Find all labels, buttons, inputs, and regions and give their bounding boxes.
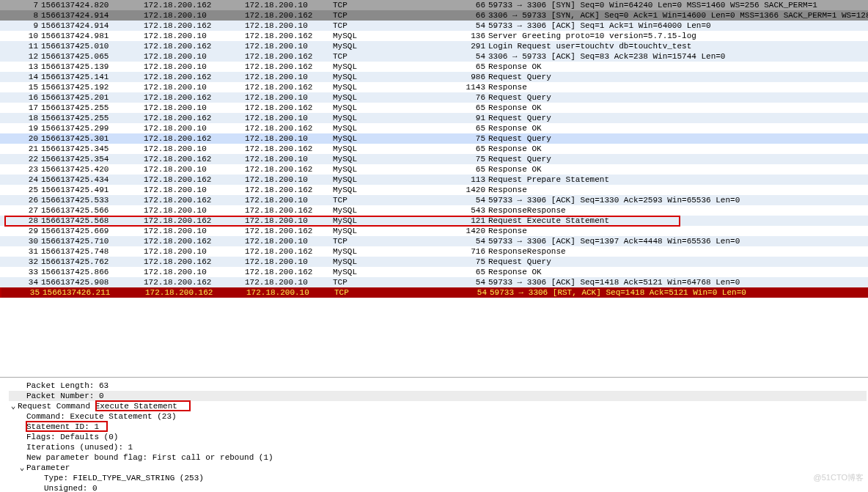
col-no: 35 (3, 287, 43, 298)
col-info: Response OK (488, 123, 868, 133)
col-info: Request Query (488, 92, 868, 103)
col-info: Response OK (488, 164, 868, 175)
packet-row[interactable]: 81566137424.914172.18.200.10172.18.200.1… (0, 10, 868, 21)
col-protocol: TCP (333, 10, 457, 21)
packet-row[interactable]: 321566137425.762172.18.200.162172.18.200… (0, 257, 868, 267)
col-no: 21 (1, 144, 41, 154)
col-length: 66 (457, 10, 488, 21)
packet-row[interactable]: 151566137425.192172.18.200.10172.18.200.… (0, 82, 868, 92)
packet-row[interactable]: 211566137425.345172.18.200.10172.18.200.… (0, 144, 868, 154)
col-length: 75 (457, 133, 488, 144)
packet-row[interactable]: 101566137424.981172.18.200.10172.18.200.… (0, 31, 868, 41)
detail-parameter[interactable]: ⌄Parameter (9, 463, 867, 473)
col-source: 172.18.200.162 (144, 72, 245, 82)
chevron-down-icon[interactable]: ⌄ (9, 401, 18, 411)
packet-row[interactable]: 171566137425.255172.18.200.10172.18.200.… (0, 103, 868, 113)
packet-row[interactable]: 201566137425.301172.18.200.162172.18.200… (0, 133, 868, 144)
packet-row[interactable]: 181566137425.255172.18.200.162172.18.200… (0, 113, 868, 123)
col-destination: 172.18.200.162 (245, 82, 333, 92)
packet-row[interactable]: 121566137425.065172.18.200.10172.18.200.… (0, 51, 868, 62)
packet-row[interactable]: 301566137425.710172.18.200.162172.18.200… (0, 236, 868, 246)
col-source: 172.18.200.162 (144, 195, 245, 205)
detail-statement-id: Statement ID: 1 (9, 422, 867, 432)
col-info: Response OK (488, 62, 868, 72)
packet-row[interactable]: 331566137425.866172.18.200.10172.18.200.… (0, 267, 868, 277)
packet-row[interactable]: 71566137424.820172.18.200.162172.18.200.… (0, 0, 868, 10)
col-no: 18 (1, 113, 41, 123)
col-time: 1566137425.299 (41, 123, 144, 133)
packet-row[interactable]: 231566137425.420172.18.200.10172.18.200.… (0, 164, 868, 175)
packet-row[interactable]: 241566137425.434172.18.200.162172.18.200… (0, 175, 868, 185)
col-info: 3306 → 59733 [SYN, ACK] Seq=0 Ack=1 Win=… (488, 10, 868, 21)
col-destination: 172.18.200.162 (245, 185, 333, 195)
col-destination: 172.18.200.10 (245, 175, 333, 185)
col-no: 22 (1, 154, 41, 164)
col-length: 54 (457, 21, 488, 31)
col-protocol: TCP (333, 51, 457, 62)
packet-row[interactable]: 351566137426.211172.18.200.162172.18.200… (0, 287, 868, 298)
col-no: 19 (1, 123, 41, 133)
col-destination: 172.18.200.10 (245, 72, 333, 82)
detail-command: Command: Execute Statement (23) (9, 411, 867, 422)
col-destination: 172.18.200.10 (246, 287, 334, 298)
packet-row[interactable]: 261566137425.533172.18.200.162172.18.200… (0, 195, 868, 205)
col-protocol: MySQL (333, 113, 457, 123)
packet-row[interactable]: 191566137425.299172.18.200.10172.18.200.… (0, 123, 868, 133)
packet-row[interactable]: 91566137424.914172.18.200.162172.18.200.… (0, 21, 868, 31)
packet-row[interactable]: 161566137425.201172.18.200.162172.18.200… (0, 92, 868, 103)
packet-row[interactable]: 111566137425.010172.18.200.162172.18.200… (0, 41, 868, 51)
col-time: 1566137425.533 (41, 195, 144, 205)
col-source: 172.18.200.162 (144, 257, 245, 267)
col-source: 172.18.200.10 (144, 103, 245, 113)
col-no: 16 (1, 92, 41, 103)
col-info: 59733 → 3306 [ACK] Seq=1397 Ack=4448 Win… (488, 236, 868, 246)
col-source: 172.18.200.162 (144, 154, 245, 164)
col-destination: 172.18.200.10 (245, 133, 333, 144)
col-length: 76 (457, 92, 488, 103)
col-length: 65 (457, 103, 488, 113)
col-protocol: MySQL (333, 164, 457, 175)
col-info: 59733 → 3306 [SYN] Seq=0 Win=64240 Len=0… (488, 0, 868, 10)
col-protocol: MySQL (333, 31, 457, 41)
col-no: 15 (1, 82, 41, 92)
packet-list[interactable]: 71566137424.820172.18.200.162172.18.200.… (0, 0, 868, 378)
detail-request-command[interactable]: ⌄Request Command Execute Statement (9, 401, 867, 411)
packet-row[interactable]: 251566137425.491172.18.200.10172.18.200.… (0, 185, 868, 195)
col-protocol: TCP (333, 21, 457, 31)
col-time: 1566137425.491 (41, 185, 144, 195)
col-time: 1566137424.981 (41, 31, 144, 41)
packet-row[interactable]: 131566137425.139172.18.200.10172.18.200.… (0, 62, 868, 72)
col-protocol: MySQL (333, 41, 457, 51)
col-length: 986 (457, 72, 488, 82)
detail-param-type: Type: FIELD_TYPE_VAR_STRING (253) (9, 473, 867, 483)
packet-row[interactable]: 341566137425.908172.18.200.162172.18.200… (0, 277, 868, 287)
detail-packet-number: Packet Number: 0 (9, 391, 867, 401)
col-no: 24 (1, 175, 41, 185)
packet-row[interactable]: 311566137425.748172.18.200.10172.18.200.… (0, 246, 868, 257)
packet-row[interactable]: 221566137425.354172.18.200.162172.18.200… (0, 154, 868, 164)
col-time: 1566137425.420 (41, 164, 144, 175)
col-no: 7 (1, 0, 41, 10)
col-time: 1566137425.065 (41, 51, 144, 62)
col-no: 28 (1, 216, 41, 226)
packet-row[interactable]: 141566137425.141172.18.200.162172.18.200… (0, 72, 868, 82)
col-no: 31 (1, 246, 41, 257)
packet-row[interactable]: 281566137425.568172.18.200.162172.18.200… (0, 216, 868, 226)
col-source: 172.18.200.162 (144, 216, 245, 226)
col-destination: 172.18.200.162 (245, 164, 333, 175)
detail-packet-length: Packet Length: 63 (9, 381, 867, 391)
col-time: 1566137425.568 (41, 216, 144, 226)
col-no: 12 (1, 51, 41, 62)
col-destination: 172.18.200.162 (245, 62, 333, 72)
col-info: Response (488, 185, 868, 195)
col-no: 33 (1, 267, 41, 277)
col-info: Request Query (488, 154, 868, 164)
col-protocol: TCP (333, 236, 457, 246)
chevron-down-icon[interactable]: ⌄ (18, 463, 26, 473)
packet-row[interactable]: 291566137425.669172.18.200.10172.18.200.… (0, 226, 868, 236)
col-destination: 172.18.200.162 (245, 10, 333, 21)
packet-row[interactable]: 271566137425.566172.18.200.10172.18.200.… (0, 205, 868, 216)
packet-details-pane[interactable]: Packet Length: 63 Packet Number: 0 ⌄Requ… (0, 378, 868, 484)
col-source: 172.18.200.162 (144, 175, 245, 185)
col-length: 66 (457, 0, 488, 10)
